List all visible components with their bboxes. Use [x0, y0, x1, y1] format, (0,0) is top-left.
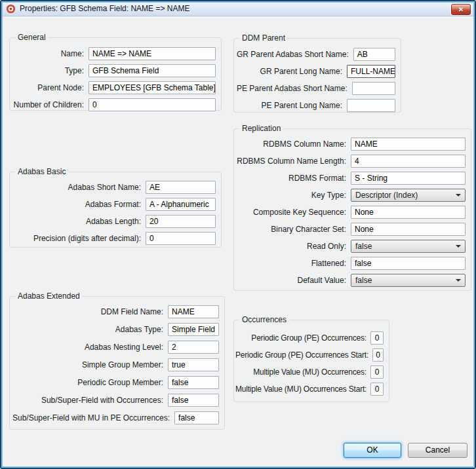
group-occurrences: Occurrences Periodic Group (PE) Occurren… — [233, 320, 389, 402]
group-ddm-parent: DDM Parent GR Parent Adabas Short Name: … — [233, 38, 401, 113]
mu-occurrences-start-value: 0 — [370, 383, 384, 396]
mu-occurrences-value: 0 — [370, 366, 384, 379]
field-parent-node: Parent Node: EMPLOYEES [GFB Schema Table… — [12, 81, 216, 94]
field-periodic-group-member: Periodic Group Member: false — [12, 376, 219, 389]
field-adabas-nesting-level: Adabas Nesting Level: 2 — [12, 341, 219, 354]
adabas-format-value: A - Alphanumeric — [146, 198, 216, 211]
field-composite-key-sequence: Composite Key Sequence: None — [237, 206, 466, 219]
field-adabas-type: Adabas Type: Simple Field — [12, 323, 219, 336]
adabas-nesting-level-value: 2 — [168, 341, 219, 354]
rdbms-column-name-length-value: 4 — [351, 155, 466, 168]
key-type-select[interactable]: Descriptor (Index) — [351, 189, 466, 202]
close-button[interactable]: ✕ — [451, 4, 471, 15]
rdbms-column-name-value: NAME — [351, 138, 466, 151]
flattened-value: false — [351, 257, 466, 270]
field-mu-occurrences-start: Multiple Value (MU) Occurrences Start: 0 — [235, 383, 384, 396]
field-pe-occurrences-start: Periodic Group (PE) Occurrences Start: 0 — [235, 348, 384, 362]
adabas-type-value: Simple Field — [168, 323, 219, 336]
default-value-select[interactable]: false — [351, 274, 466, 287]
type-value: GFB Schema Field — [89, 64, 216, 77]
group-occurrences-title: Occurrences — [239, 315, 289, 324]
chevron-down-icon — [456, 194, 461, 197]
field-precision: Precision (digits after decimal): 0 — [12, 232, 216, 245]
field-adabas-short-name: Adabas Short Name: AE — [12, 181, 216, 194]
parent-node-value: EMPLOYEES [GFB Schema Table] — [89, 81, 216, 94]
field-subsuper-with-mu-in-pe: Sub/Super-Field with MU in PE Occurrence… — [12, 411, 219, 424]
field-binary-character-set: Binary Character Set: None — [237, 223, 466, 236]
cancel-button[interactable]: Cancel — [408, 443, 467, 458]
properties-dialog: Properties: GFB Schema Field: NAME => NA… — [0, 0, 476, 469]
pe-occurrences-start-value: 0 — [372, 348, 384, 362]
title-bar[interactable]: Properties: GFB Schema Field: NAME => NA… — [1, 1, 475, 16]
group-replication-title: Replication — [239, 124, 283, 133]
pe-occurrences-value: 0 — [370, 331, 384, 345]
close-icon: ✕ — [458, 6, 464, 13]
field-default-value: Default Value: false — [237, 274, 466, 287]
pe-parent-long-name-value — [347, 99, 395, 112]
chevron-down-icon — [456, 279, 461, 282]
bullseye-icon — [6, 4, 16, 14]
rdbms-format-value: S - String — [351, 172, 466, 185]
ddm-field-name-value: NAME — [168, 305, 219, 318]
precision-value: 0 — [146, 232, 216, 245]
number-of-children-value: 0 — [89, 98, 216, 111]
group-adabas-extended-title: Adabas Extended — [15, 291, 83, 301]
group-replication: Replication RDBMS Column Name: NAME RDBM… — [233, 128, 471, 291]
field-mu-occurrences: Multiple Value (MU) Occurrences: 0 — [235, 366, 384, 379]
simple-group-member-value: true — [168, 358, 219, 371]
group-adabas-basic-title: Adabas Basic — [15, 167, 68, 176]
ok-button[interactable]: OK — [344, 443, 401, 458]
binary-character-set-value: None — [351, 223, 466, 236]
window-title: Properties: GFB Schema Field: NAME => NA… — [20, 4, 189, 13]
periodic-group-member-value: false — [168, 376, 219, 389]
field-flattened: Flattened: false — [237, 257, 466, 270]
chevron-down-icon — [456, 245, 461, 248]
adabas-short-name-value: AE — [146, 181, 216, 194]
field-pe-parent-short-name: PE Parent Adabas Short Name: — [237, 82, 395, 95]
field-subsuper-with-occurrences: Sub/Super-Field with Occurrences: false — [12, 394, 219, 407]
field-adabas-format: Adabas Format: A - Alphanumeric — [12, 198, 216, 211]
field-gr-parent-long-name: GR Parent Long Name: FULL-NAME — [237, 65, 395, 78]
field-pe-parent-long-name: PE Parent Long Name: — [237, 99, 395, 112]
group-general-title: General — [15, 33, 49, 42]
field-adabas-length: Adabas Length: 20 — [12, 215, 216, 228]
group-general: General Name: NAME => NAME Type: GFB Sch… — [9, 37, 222, 111]
field-type: Type: GFB Schema Field — [12, 64, 216, 77]
gr-parent-long-name-input[interactable]: FULL-NAME — [347, 65, 395, 78]
composite-key-sequence-value: None — [351, 206, 466, 219]
group-adabas-extended: Adabas Extended DDM Field Name: NAME Ada… — [9, 296, 225, 430]
field-read-only: Read Only: false — [237, 240, 466, 253]
name-value: NAME => NAME — [89, 47, 216, 60]
field-number-of-children: Number of Children: 0 — [12, 98, 216, 111]
field-pe-occurrences: Periodic Group (PE) Occurrences: 0 — [235, 331, 384, 345]
field-rdbms-format: RDBMS Format: S - String — [237, 172, 466, 185]
group-ddm-parent-title: DDM Parent — [239, 33, 288, 43]
subsuper-with-mu-in-pe-value: false — [174, 411, 219, 424]
field-gr-parent-short-name: GR Parent Adabas Short Name: AB — [237, 48, 395, 61]
subsuper-with-occurrences-value: false — [168, 394, 219, 407]
group-adabas-basic: Adabas Basic Adabas Short Name: AE Adaba… — [9, 172, 222, 248]
field-rdbms-column-name: RDBMS Column Name: NAME — [237, 138, 466, 151]
adabas-length-value: 20 — [146, 215, 216, 228]
field-simple-group-member: Simple Group Member: true — [12, 358, 219, 371]
pe-parent-short-name-value — [352, 82, 395, 95]
field-rdbms-column-name-length: RDBMS Column Name Length: 4 — [237, 155, 466, 168]
read-only-select[interactable]: false — [351, 240, 466, 253]
field-ddm-field-name: DDM Field Name: NAME — [12, 305, 219, 318]
field-name: Name: NAME => NAME — [12, 47, 216, 60]
gr-parent-short-name-value: AB — [353, 48, 395, 61]
field-key-type: Key Type: Descriptor (Index) — [237, 189, 466, 202]
